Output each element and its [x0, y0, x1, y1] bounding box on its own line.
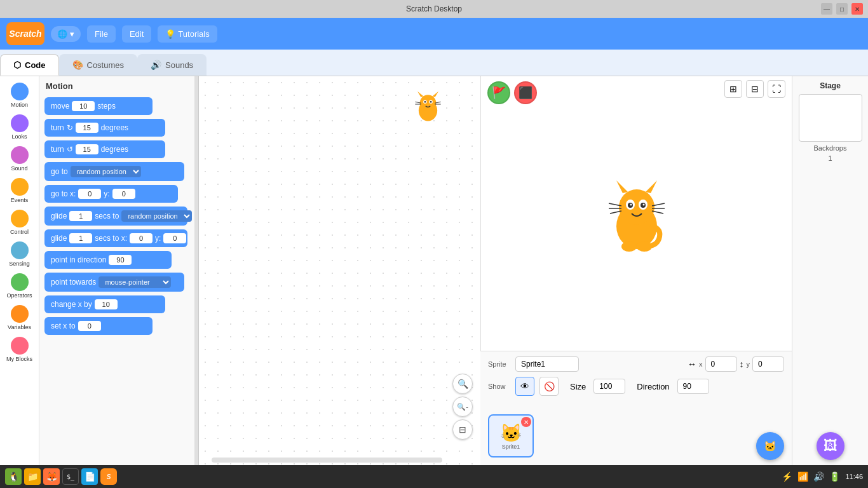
- block-move[interactable]: move steps: [44, 97, 153, 115]
- script-area[interactable]: 🔍 🔍- ⊟: [199, 76, 480, 465]
- goto-dropdown[interactable]: random position mouse-pointer: [71, 166, 141, 177]
- scratch-logo[interactable]: Scratch: [6, 22, 44, 45]
- turn-ccw-icon: ↺: [67, 145, 73, 154]
- svg-point-20: [630, 204, 632, 206]
- sprite-info-panel: Sprite ↔ x ↕ y Show 👁 🚫: [480, 351, 792, 465]
- zoom-in-icon: 🔍: [458, 379, 468, 389]
- window-controls: — □ ✕: [821, 3, 863, 15]
- point-towards-dropdown[interactable]: mouse-pointer random direction: [98, 276, 171, 288]
- sprite-direction-input[interactable]: [677, 379, 709, 394]
- script-scrollbar[interactable]: [212, 458, 442, 463]
- blocks-panel: Motion move steps turn ↻ degrees turn ↺ …: [39, 76, 195, 465]
- sprite-x-input[interactable]: [705, 356, 737, 372]
- sidebar-item-sensing[interactable]: Sensing: [1, 239, 38, 269]
- tab-costumes[interactable]: 🎨 Costumes: [59, 54, 138, 76]
- zoom-out-icon: 🔍-: [457, 403, 468, 411]
- stop-button[interactable]: ⬛: [514, 81, 537, 104]
- sprites-tray: ✕ 🐱 Sprite1: [488, 412, 750, 460]
- sprites-list: ✕ 🐱 Sprite1: [488, 412, 750, 460]
- audio-icon[interactable]: 🔊: [813, 471, 824, 482]
- turn-cw-icon: ↻: [67, 123, 73, 132]
- file-menu[interactable]: File: [87, 25, 116, 43]
- move-steps-input[interactable]: [72, 101, 95, 111]
- goto-y-input[interactable]: [112, 189, 135, 199]
- block-set-x[interactable]: set x to: [44, 317, 153, 335]
- stage-backdrop-count: 1: [828, 154, 832, 162]
- tutorials-button[interactable]: 💡 Tutorials: [158, 25, 217, 43]
- sidebar-item-events[interactable]: Events: [1, 175, 38, 206]
- small-stage-button[interactable]: ⊞: [724, 80, 742, 98]
- block-turn-cw[interactable]: turn ↻ degrees: [44, 119, 165, 137]
- turn-ccw-degrees-input[interactable]: [76, 144, 98, 154]
- show-label: Show: [488, 383, 510, 390]
- sprite-size-input[interactable]: [593, 379, 625, 394]
- zoom-out-button[interactable]: 🔍-: [452, 396, 473, 417]
- tab-code[interactable]: ⬡ Code: [0, 54, 59, 76]
- glide-dropdown[interactable]: random position mouse-pointer: [121, 210, 192, 222]
- large-stage-button[interactable]: ⊟: [746, 80, 764, 98]
- battery-icon[interactable]: 🔋: [829, 471, 840, 482]
- block-point-direction[interactable]: point in direction: [44, 251, 172, 269]
- show-visible-button[interactable]: 👁: [515, 377, 534, 396]
- set-x-input[interactable]: [78, 321, 101, 331]
- taskbar-files2-icon[interactable]: 📄: [81, 468, 98, 485]
- taskbar-firefox-icon[interactable]: 🦊: [43, 468, 60, 485]
- sidebar-item-myblocks[interactable]: My Blocks: [1, 334, 38, 365]
- block-glide-random[interactable]: glide secs to random position mouse-poin…: [44, 207, 187, 226]
- block-change-x[interactable]: change x by: [44, 295, 165, 313]
- edit-menu[interactable]: Edit: [122, 25, 151, 43]
- categories-sidebar: Motion Looks Sound Events Control Sensin…: [0, 76, 39, 465]
- glide-xy-secs-input[interactable]: [69, 233, 92, 243]
- change-x-input[interactable]: [95, 299, 118, 309]
- add-backdrop-icon: 🖼: [824, 438, 837, 454]
- sprite-thumbnail-sprite1[interactable]: ✕ 🐱 Sprite1: [488, 414, 534, 458]
- sidebar-item-sound[interactable]: Sound: [1, 144, 38, 174]
- language-button[interactable]: 🌐 ▾: [51, 26, 81, 42]
- taskbar-scratch-icon[interactable]: S: [100, 468, 117, 485]
- show-hidden-button[interactable]: 🚫: [539, 377, 559, 396]
- costumes-icon: 🎨: [72, 60, 83, 70]
- sidebar-item-looks[interactable]: Looks: [1, 112, 38, 142]
- add-backdrop-button[interactable]: 🖼: [817, 432, 844, 460]
- sprite-y-input[interactable]: [752, 356, 784, 372]
- fullscreen-button[interactable]: ⛶: [768, 80, 785, 98]
- svg-marker-3: [433, 92, 438, 97]
- taskbar-mint-icon[interactable]: 🐧: [5, 468, 22, 485]
- glide-secs-input[interactable]: [69, 211, 92, 221]
- block-turn-ccw[interactable]: turn ↺ degrees: [44, 140, 165, 158]
- tab-sounds[interactable]: 🔊 Sounds: [137, 54, 207, 76]
- sprite-name-input[interactable]: [515, 356, 579, 372]
- block-goto[interactable]: go to random position mouse-pointer: [44, 162, 184, 181]
- close-button[interactable]: ✕: [851, 3, 863, 15]
- sprite-delete-button[interactable]: ✕: [521, 417, 531, 427]
- sprite-thumb-label: Sprite1: [502, 444, 520, 450]
- block-goto-xy[interactable]: go to x: y:: [44, 185, 178, 203]
- minimize-button[interactable]: —: [821, 3, 832, 15]
- network-icon[interactable]: 📶: [797, 471, 808, 482]
- glide-y-input[interactable]: [163, 233, 186, 243]
- zoom-reset-button[interactable]: ⊟: [452, 419, 473, 440]
- block-glide-xy[interactable]: glide secs to x: y:: [44, 229, 187, 247]
- goto-x-input[interactable]: [78, 189, 101, 199]
- zoom-in-button[interactable]: 🔍: [452, 374, 473, 394]
- green-flag-icon: 🚩: [492, 86, 506, 100]
- control-dot: [11, 210, 29, 227]
- sidebar-item-motion[interactable]: Motion: [1, 80, 38, 111]
- sidebar-item-variables[interactable]: Variables: [1, 302, 38, 333]
- maximize-button[interactable]: □: [836, 3, 848, 15]
- sensing-dot: [11, 241, 29, 259]
- sidebar-item-operators[interactable]: Operators: [1, 271, 38, 301]
- bluetooth-icon[interactable]: ⚡: [782, 471, 792, 482]
- turn-cw-degrees-input[interactable]: [76, 123, 98, 133]
- taskbar-terminal-icon[interactable]: $_: [62, 468, 79, 485]
- glide-x-input[interactable]: [130, 233, 153, 243]
- x-label: x: [699, 360, 703, 368]
- green-flag-button[interactable]: 🚩: [487, 81, 510, 104]
- stage-area: 🚩 ⬛ ⊞ ⊟ ⛶: [480, 76, 792, 351]
- taskbar-files-icon[interactable]: 📁: [24, 468, 41, 485]
- flag-controls: 🚩 ⬛: [487, 81, 537, 104]
- point-direction-input[interactable]: [109, 255, 132, 265]
- add-sprite-button[interactable]: 🐱: [756, 432, 784, 460]
- block-point-towards[interactable]: point towards mouse-pointer random direc…: [44, 273, 184, 292]
- sidebar-item-control[interactable]: Control: [1, 207, 38, 238]
